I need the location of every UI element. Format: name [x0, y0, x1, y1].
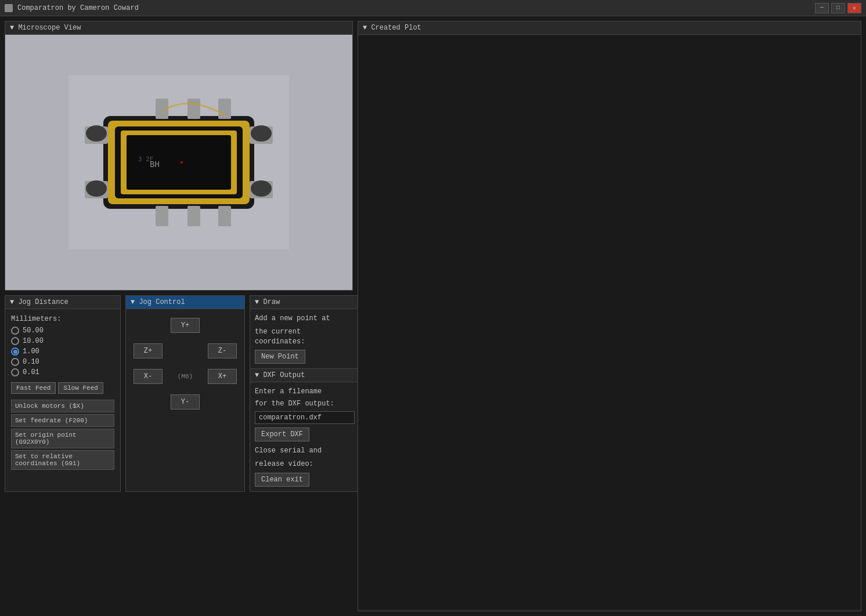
- y-minus-button[interactable]: Y-: [171, 394, 200, 410]
- jog-control-title: ▼ Jog Control: [131, 298, 185, 306]
- svg-point-19: [86, 180, 107, 197]
- jog-distance-radio-group: 50.00 10.00 1.00 0.10: [11, 327, 114, 376]
- svg-point-18: [86, 125, 107, 142]
- component-image: BH: [68, 58, 289, 267]
- feed-buttons: Fast Feed Slow Feed: [11, 382, 114, 394]
- jog-distance-title: ▼ Jog Distance: [10, 298, 68, 306]
- dxf-output-title: ▼ DXF Output: [255, 371, 305, 379]
- radio-1[interactable]: [11, 347, 19, 356]
- radio-001-label: 0.01: [23, 368, 39, 376]
- dxf-content: Enter a filename for the DXF output: Exp…: [255, 382, 355, 486]
- close-serial-text1: Close serial and: [255, 446, 355, 456]
- export-dxf-button[interactable]: Export DXF: [255, 427, 309, 441]
- set-feedrate-button[interactable]: Set feedrate (F200): [11, 414, 114, 427]
- radio-10-label: 10.00: [23, 337, 44, 345]
- draw-title: ▼ Draw: [255, 298, 280, 306]
- set-origin-button[interactable]: Set origin point (G92X0Y0): [11, 429, 114, 448]
- radio-1-label: 1.00: [23, 347, 39, 356]
- svg-rect-13: [187, 99, 200, 119]
- svg-rect-17: [218, 206, 231, 226]
- draw-content: Add a new point at the current coordinat…: [250, 309, 359, 491]
- jog-control-header: ▼ Jog Control: [126, 296, 244, 309]
- z-minus-button[interactable]: Z-: [208, 343, 237, 358]
- svg-text:3 2F: 3 2F: [138, 155, 154, 163]
- microscope-image-area: BH: [5, 35, 352, 290]
- m6-label: (M6): [178, 373, 193, 380]
- svg-point-20: [251, 125, 272, 142]
- minimize-button[interactable]: ─: [815, 3, 829, 13]
- radio-50[interactable]: [11, 327, 19, 335]
- svg-rect-16: [187, 206, 200, 226]
- jog-control-panel: ▼ Jog Control Y+ Z+ Z- X- (M6) X+: [125, 295, 245, 492]
- radio-50-label: 50.00: [23, 327, 44, 335]
- fast-feed-button[interactable]: Fast Feed: [11, 382, 56, 394]
- left-column: ▼ Microscope View: [5, 21, 353, 611]
- title-bar: Comparatron by Cameron Coward ─ □ ✕: [0, 0, 866, 16]
- svg-rect-15: [156, 206, 168, 226]
- microscope-panel-header: ▼ Microscope View: [5, 21, 352, 35]
- dxf-filename-input[interactable]: [255, 411, 355, 424]
- close-serial-text2: release video:: [255, 459, 355, 469]
- app-icon: [5, 4, 13, 12]
- new-point-button[interactable]: New Point: [255, 350, 305, 364]
- millimeters-label: Millimeters:: [11, 315, 114, 323]
- svg-rect-14: [218, 99, 231, 119]
- created-plot-content: [358, 35, 861, 609]
- radio-01-label: 0.10: [23, 358, 39, 366]
- radio-item-001[interactable]: 0.01: [11, 368, 114, 376]
- right-column: ▼ Created Plot: [358, 21, 861, 611]
- svg-point-7: [181, 161, 183, 164]
- radio-01[interactable]: [11, 358, 19, 366]
- microscope-panel: ▼ Microscope View: [5, 21, 353, 291]
- dxf-output-header: ▼ DXF Output: [250, 368, 359, 382]
- draw-panel-header: ▼ Draw: [250, 296, 359, 309]
- x-plus-button[interactable]: X+: [208, 369, 237, 384]
- jog-distance-content: Millimeters: 50.00 10.00 1.00: [5, 309, 120, 477]
- jog-control-content: Y+ Z+ Z- X- (M6) X+ Y-: [126, 309, 244, 418]
- created-plot-panel: ▼ Created Plot: [358, 21, 861, 611]
- unlock-motors-button[interactable]: Unlock motors ($X): [11, 400, 114, 412]
- svg-point-21: [251, 180, 272, 197]
- z-plus-button[interactable]: Z+: [133, 343, 163, 358]
- radio-item-1[interactable]: 1.00: [11, 347, 114, 356]
- radio-item-50[interactable]: 50.00: [11, 327, 114, 335]
- microscope-title: ▼ Microscope View: [10, 24, 81, 32]
- radio-10[interactable]: [11, 337, 19, 345]
- radio-item-10[interactable]: 10.00: [11, 337, 114, 345]
- close-button[interactable]: ✕: [847, 3, 861, 13]
- slow-feed-button[interactable]: Slow Feed: [58, 382, 103, 394]
- app-title: Comparatron by Cameron Coward: [17, 4, 139, 12]
- y-plus-button[interactable]: Y+: [171, 318, 200, 333]
- title-bar-controls: ─ □ ✕: [815, 3, 861, 13]
- jog-distance-panel: ▼ Jog Distance Millimeters: 50.00 10.00: [5, 295, 121, 492]
- radio-item-01[interactable]: 0.10: [11, 358, 114, 366]
- jog-distance-header: ▼ Jog Distance: [5, 296, 120, 309]
- title-bar-left: Comparatron by Cameron Coward: [5, 4, 139, 12]
- draw-panel: ▼ Draw Add a new point at the current co…: [250, 295, 360, 492]
- maximize-button[interactable]: □: [831, 3, 845, 13]
- set-relative-button[interactable]: Set to relative coordinates (G91): [11, 450, 114, 470]
- dxf-filename-label2: for the DXF output:: [255, 399, 355, 409]
- created-plot-header: ▼ Created Plot: [358, 21, 861, 35]
- created-plot-title: ▼ Created Plot: [363, 24, 421, 32]
- bottom-panels: ▼ Jog Distance Millimeters: 50.00 10.00: [5, 295, 353, 492]
- dxf-filename-label1: Enter a filename: [255, 387, 355, 397]
- main-content: ▼ Microscope View: [0, 16, 866, 616]
- x-minus-button[interactable]: X-: [133, 369, 163, 384]
- clean-exit-button[interactable]: Clean exit: [255, 473, 309, 487]
- add-point-text1: Add a new point at: [255, 314, 355, 324]
- radio-001[interactable]: [11, 368, 19, 376]
- add-point-text2: the current coordinates:: [255, 327, 355, 347]
